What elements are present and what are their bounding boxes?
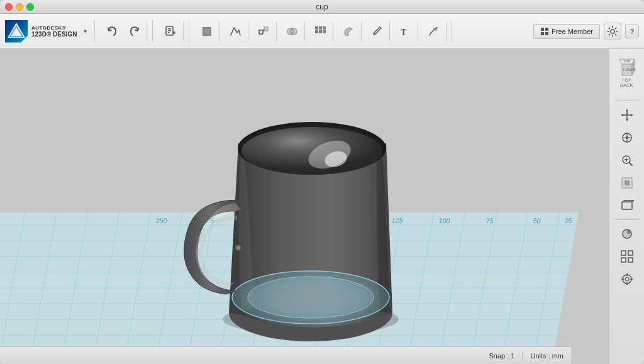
svg-rect-15 bbox=[315, 26, 318, 30]
text-group: T bbox=[392, 21, 418, 41]
svg-text:125: 125 bbox=[391, 217, 404, 224]
svg-rect-99 bbox=[622, 202, 632, 209]
traffic-lights bbox=[5, 3, 34, 11]
view-cube[interactable]: FRONT TOP bbox=[614, 54, 640, 79]
pattern-group bbox=[308, 21, 333, 41]
svg-point-26 bbox=[611, 30, 614, 33]
free-member-label: Free Member bbox=[552, 28, 593, 35]
primitives-button[interactable] bbox=[197, 21, 217, 41]
titlebar: cup bbox=[0, 0, 644, 14]
modify-group bbox=[364, 21, 390, 41]
combine-group bbox=[279, 21, 305, 41]
toolbar-separator-3 bbox=[452, 20, 452, 43]
new-file-group bbox=[158, 21, 184, 41]
brand-text: AUTODESK® 123D® DESIGN bbox=[31, 25, 77, 38]
svg-text:T: T bbox=[401, 28, 407, 37]
home-view-button[interactable] bbox=[615, 128, 639, 148]
close-button[interactable] bbox=[5, 3, 13, 11]
svg-text:TOP: TOP bbox=[623, 59, 631, 63]
statusbar-separator bbox=[522, 351, 523, 361]
svg-text:50: 50 bbox=[533, 217, 541, 224]
right-panel-separator-2 bbox=[614, 219, 640, 220]
svg-rect-19 bbox=[319, 30, 322, 33]
modify-button[interactable] bbox=[367, 21, 387, 41]
svg-rect-16 bbox=[319, 26, 322, 30]
view-cube-area[interactable]: FRONT TOP TOP BACK bbox=[612, 54, 642, 92]
view-cube-top-label: TOP bbox=[622, 78, 632, 83]
svg-rect-10 bbox=[259, 30, 263, 34]
toolbar-separator-1 bbox=[152, 20, 153, 43]
right-panel-separator-1 bbox=[614, 101, 640, 101]
autodesk-label: AUTODESK® bbox=[31, 25, 77, 31]
svg-rect-23 bbox=[545, 28, 548, 31]
units-label: Units : mm bbox=[530, 352, 564, 360]
grid-settings-button[interactable] bbox=[615, 246, 639, 267]
sketch-group bbox=[223, 21, 248, 41]
svg-text:FRONT: FRONT bbox=[623, 68, 636, 72]
svg-rect-106 bbox=[628, 251, 633, 255]
toolbar: AUTODESK® 123D® DESIGN ▾ bbox=[0, 14, 644, 49]
snap-settings-button[interactable] bbox=[615, 269, 639, 289]
sketch-button[interactable] bbox=[225, 21, 245, 41]
transform-group bbox=[251, 21, 277, 41]
units-status: Units : mm bbox=[530, 352, 564, 360]
svg-point-110 bbox=[625, 277, 629, 281]
main-area: 250 225 200 175 150 125 100 75 50 25 bbox=[0, 49, 644, 364]
measure-button[interactable] bbox=[423, 21, 443, 41]
help-button[interactable]: ? bbox=[625, 25, 639, 38]
svg-rect-20 bbox=[323, 30, 326, 33]
viewport[interactable]: 250 225 200 175 150 125 100 75 50 25 bbox=[0, 49, 609, 364]
view-cube-back-label: BACK bbox=[620, 83, 633, 88]
svg-rect-25 bbox=[545, 32, 548, 35]
snap-status: Snap : 1 bbox=[489, 352, 514, 360]
svg-marker-83 bbox=[626, 109, 628, 111]
svg-rect-9 bbox=[204, 28, 210, 35]
undo-button[interactable] bbox=[103, 21, 123, 41]
pan-rotate-button[interactable] bbox=[615, 105, 639, 125]
svg-point-88 bbox=[625, 136, 628, 140]
statusbar: Snap : 1 Units : mm bbox=[0, 346, 571, 364]
account-area: Free Member ? bbox=[533, 23, 639, 40]
freeform-button[interactable] bbox=[338, 21, 358, 41]
svg-point-69 bbox=[242, 127, 382, 175]
svg-rect-11 bbox=[264, 27, 268, 31]
display-mode-button[interactable] bbox=[615, 224, 639, 244]
svg-rect-17 bbox=[323, 26, 326, 30]
brand-area[interactable]: AUTODESK® 123D® DESIGN ▾ bbox=[5, 20, 95, 43]
svg-point-14 bbox=[291, 28, 297, 35]
minimize-button[interactable] bbox=[16, 3, 23, 11]
svg-rect-18 bbox=[315, 30, 318, 33]
transform-button[interactable] bbox=[253, 21, 274, 41]
combine-button[interactable] bbox=[282, 21, 302, 41]
measure-group bbox=[421, 21, 447, 41]
product-label: 123D® DESIGN bbox=[31, 31, 77, 38]
svg-text:100: 100 bbox=[438, 217, 451, 224]
svg-marker-84 bbox=[626, 119, 628, 121]
perspective-button[interactable] bbox=[615, 196, 639, 216]
right-panel: FRONT TOP TOP BACK bbox=[609, 49, 644, 364]
svg-marker-85 bbox=[621, 114, 623, 116]
svg-line-94 bbox=[629, 163, 632, 166]
svg-marker-86 bbox=[631, 114, 633, 116]
pattern-button[interactable] bbox=[310, 21, 330, 41]
new-file-button[interactable] bbox=[160, 21, 180, 41]
snap-label: Snap : 1 bbox=[489, 352, 514, 360]
svg-rect-22 bbox=[541, 28, 544, 31]
svg-rect-108 bbox=[628, 258, 633, 262]
settings-button[interactable] bbox=[604, 23, 621, 40]
svg-rect-98 bbox=[625, 180, 630, 185]
svg-text:75: 75 bbox=[486, 217, 494, 224]
window-title: cup bbox=[316, 3, 328, 11]
svg-point-73 bbox=[248, 277, 374, 318]
fit-all-button[interactable] bbox=[615, 173, 639, 193]
svg-rect-107 bbox=[621, 258, 626, 262]
text-button[interactable]: T bbox=[395, 21, 415, 41]
free-member-button[interactable]: Free Member bbox=[533, 24, 600, 39]
undo-redo-group bbox=[100, 21, 147, 41]
svg-text:25: 25 bbox=[564, 217, 573, 224]
svg-text:250: 250 bbox=[155, 217, 168, 224]
brand-dropdown-icon[interactable]: ▾ bbox=[80, 27, 89, 36]
maximize-button[interactable] bbox=[26, 3, 34, 11]
redo-button[interactable] bbox=[124, 21, 144, 41]
zoom-button[interactable] bbox=[615, 150, 639, 170]
